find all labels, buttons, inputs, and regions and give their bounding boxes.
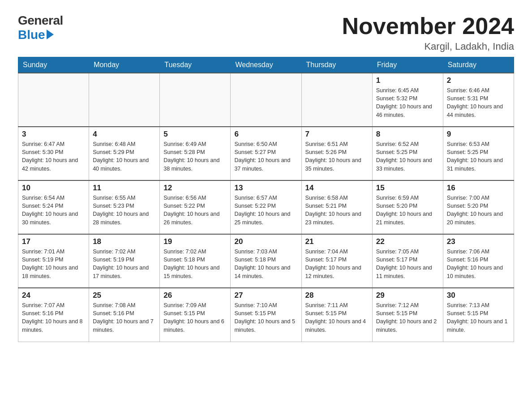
calendar-cell: 26Sunrise: 7:09 AMSunset: 5:15 PMDayligh… <box>160 288 231 342</box>
day-number: 24 <box>22 291 85 300</box>
day-info: Sunrise: 6:49 AMSunset: 5:28 PMDaylight:… <box>163 140 227 173</box>
day-number: 23 <box>447 237 510 246</box>
calendar-cell <box>160 73 231 127</box>
day-number: 27 <box>234 291 297 300</box>
calendar-cell: 22Sunrise: 7:05 AMSunset: 5:17 PMDayligh… <box>372 234 443 288</box>
weekday-header-thursday: Thursday <box>301 57 372 73</box>
day-number: 16 <box>447 184 510 193</box>
day-number: 29 <box>376 291 439 300</box>
calendar-cell <box>18 73 89 127</box>
calendar-cell: 7Sunrise: 6:51 AMSunset: 5:26 PMDaylight… <box>301 127 372 180</box>
day-number: 26 <box>163 291 227 300</box>
calendar-cell: 2Sunrise: 6:46 AMSunset: 5:31 PMDaylight… <box>443 73 514 127</box>
calendar-cell: 29Sunrise: 7:12 AMSunset: 5:15 PMDayligh… <box>372 288 443 342</box>
day-info: Sunrise: 6:48 AMSunset: 5:29 PMDaylight:… <box>93 140 156 173</box>
day-number: 15 <box>376 184 439 193</box>
calendar-cell: 6Sunrise: 6:50 AMSunset: 5:27 PMDaylight… <box>231 127 301 180</box>
day-number: 28 <box>305 291 369 300</box>
week-row-1: 1Sunrise: 6:45 AMSunset: 5:32 PMDaylight… <box>18 73 514 127</box>
calendar-cell: 25Sunrise: 7:08 AMSunset: 5:16 PMDayligh… <box>89 288 160 342</box>
location-subtitle: Kargil, Ladakh, India <box>342 41 514 52</box>
calendar-cell: 11Sunrise: 6:55 AMSunset: 5:23 PMDayligh… <box>89 180 160 234</box>
day-number: 14 <box>305 184 369 193</box>
calendar-cell: 4Sunrise: 6:48 AMSunset: 5:29 PMDaylight… <box>89 127 160 180</box>
day-info: Sunrise: 7:08 AMSunset: 5:16 PMDaylight:… <box>93 301 156 334</box>
calendar-cell: 16Sunrise: 7:00 AMSunset: 5:20 PMDayligh… <box>443 180 514 234</box>
month-year-title: November 2024 <box>342 13 514 39</box>
weekday-header-saturday: Saturday <box>443 57 514 73</box>
day-number: 21 <box>305 237 369 246</box>
day-info: Sunrise: 6:56 AMSunset: 5:22 PMDaylight:… <box>163 194 227 227</box>
calendar-cell: 14Sunrise: 6:58 AMSunset: 5:21 PMDayligh… <box>301 180 372 234</box>
calendar-cell: 18Sunrise: 7:02 AMSunset: 5:19 PMDayligh… <box>89 234 160 288</box>
calendar-cell: 20Sunrise: 7:03 AMSunset: 5:18 PMDayligh… <box>231 234 301 288</box>
day-info: Sunrise: 6:58 AMSunset: 5:21 PMDaylight:… <box>305 194 369 227</box>
day-info: Sunrise: 7:11 AMSunset: 5:15 PMDaylight:… <box>305 301 369 334</box>
calendar-cell <box>231 73 301 127</box>
logo-blue-text: Blue <box>18 28 45 42</box>
day-number: 30 <box>447 291 510 300</box>
day-number: 20 <box>234 237 297 246</box>
day-number: 9 <box>447 130 510 139</box>
day-info: Sunrise: 6:52 AMSunset: 5:25 PMDaylight:… <box>376 140 439 173</box>
day-number: 1 <box>376 76 439 85</box>
calendar-cell: 30Sunrise: 7:13 AMSunset: 5:15 PMDayligh… <box>443 288 514 342</box>
day-number: 2 <box>447 76 510 85</box>
day-info: Sunrise: 6:45 AMSunset: 5:32 PMDaylight:… <box>376 86 439 119</box>
day-number: 19 <box>163 237 227 246</box>
day-number: 22 <box>376 237 439 246</box>
day-info: Sunrise: 6:59 AMSunset: 5:20 PMDaylight:… <box>376 194 439 227</box>
calendar-cell: 19Sunrise: 7:02 AMSunset: 5:18 PMDayligh… <box>160 234 231 288</box>
day-info: Sunrise: 7:09 AMSunset: 5:15 PMDaylight:… <box>163 301 227 334</box>
day-info: Sunrise: 7:05 AMSunset: 5:17 PMDaylight:… <box>376 248 439 280</box>
calendar-cell: 24Sunrise: 7:07 AMSunset: 5:16 PMDayligh… <box>18 288 89 342</box>
day-info: Sunrise: 6:51 AMSunset: 5:26 PMDaylight:… <box>305 140 369 173</box>
weekday-header-sunday: Sunday <box>18 57 89 73</box>
logo-general-text: General <box>18 13 63 28</box>
weekday-header-tuesday: Tuesday <box>160 57 231 73</box>
logo: General Blue <box>18 13 63 42</box>
day-number: 7 <box>305 130 369 139</box>
day-info: Sunrise: 6:46 AMSunset: 5:31 PMDaylight:… <box>447 86 510 119</box>
day-info: Sunrise: 7:12 AMSunset: 5:15 PMDaylight:… <box>376 301 439 334</box>
week-row-2: 3Sunrise: 6:47 AMSunset: 5:30 PMDaylight… <box>18 127 514 180</box>
calendar-cell: 10Sunrise: 6:54 AMSunset: 5:24 PMDayligh… <box>18 180 89 234</box>
page-header: General Blue November 2024 Kargil, Ladak… <box>18 13 514 52</box>
weekday-header-row: SundayMondayTuesdayWednesdayThursdayFrid… <box>18 57 514 73</box>
weekday-header-friday: Friday <box>372 57 443 73</box>
calendar-cell: 9Sunrise: 6:53 AMSunset: 5:25 PMDaylight… <box>443 127 514 180</box>
calendar-cell: 13Sunrise: 6:57 AMSunset: 5:22 PMDayligh… <box>231 180 301 234</box>
day-info: Sunrise: 6:53 AMSunset: 5:25 PMDaylight:… <box>447 140 510 173</box>
logo-triangle-icon <box>47 30 54 39</box>
day-info: Sunrise: 6:57 AMSunset: 5:22 PMDaylight:… <box>234 194 297 227</box>
day-info: Sunrise: 6:55 AMSunset: 5:23 PMDaylight:… <box>93 194 156 227</box>
day-info: Sunrise: 6:54 AMSunset: 5:24 PMDaylight:… <box>22 194 85 227</box>
calendar-cell: 17Sunrise: 7:01 AMSunset: 5:19 PMDayligh… <box>18 234 89 288</box>
day-info: Sunrise: 6:47 AMSunset: 5:30 PMDaylight:… <box>22 140 85 173</box>
day-info: Sunrise: 7:02 AMSunset: 5:19 PMDaylight:… <box>93 248 156 280</box>
day-number: 8 <box>376 130 439 139</box>
day-number: 10 <box>22 184 85 193</box>
day-number: 13 <box>234 184 297 193</box>
calendar-cell: 8Sunrise: 6:52 AMSunset: 5:25 PMDaylight… <box>372 127 443 180</box>
day-number: 4 <box>93 130 156 139</box>
day-info: Sunrise: 7:03 AMSunset: 5:18 PMDaylight:… <box>234 248 297 280</box>
day-number: 11 <box>93 184 156 193</box>
week-row-4: 17Sunrise: 7:01 AMSunset: 5:19 PMDayligh… <box>18 234 514 288</box>
title-block: November 2024 Kargil, Ladakh, India <box>342 13 514 52</box>
day-info: Sunrise: 7:07 AMSunset: 5:16 PMDaylight:… <box>22 301 85 334</box>
day-number: 25 <box>93 291 156 300</box>
calendar-cell: 15Sunrise: 6:59 AMSunset: 5:20 PMDayligh… <box>372 180 443 234</box>
weekday-header-wednesday: Wednesday <box>231 57 301 73</box>
calendar-cell: 5Sunrise: 6:49 AMSunset: 5:28 PMDaylight… <box>160 127 231 180</box>
calendar-cell <box>89 73 160 127</box>
calendar-cell: 21Sunrise: 7:04 AMSunset: 5:17 PMDayligh… <box>301 234 372 288</box>
day-info: Sunrise: 7:00 AMSunset: 5:20 PMDaylight:… <box>447 194 510 227</box>
day-number: 6 <box>234 130 297 139</box>
calendar-cell: 1Sunrise: 6:45 AMSunset: 5:32 PMDaylight… <box>372 73 443 127</box>
calendar-cell <box>301 73 372 127</box>
day-number: 17 <box>22 237 85 246</box>
day-number: 5 <box>163 130 227 139</box>
week-row-3: 10Sunrise: 6:54 AMSunset: 5:24 PMDayligh… <box>18 180 514 234</box>
calendar-cell: 27Sunrise: 7:10 AMSunset: 5:15 PMDayligh… <box>231 288 301 342</box>
